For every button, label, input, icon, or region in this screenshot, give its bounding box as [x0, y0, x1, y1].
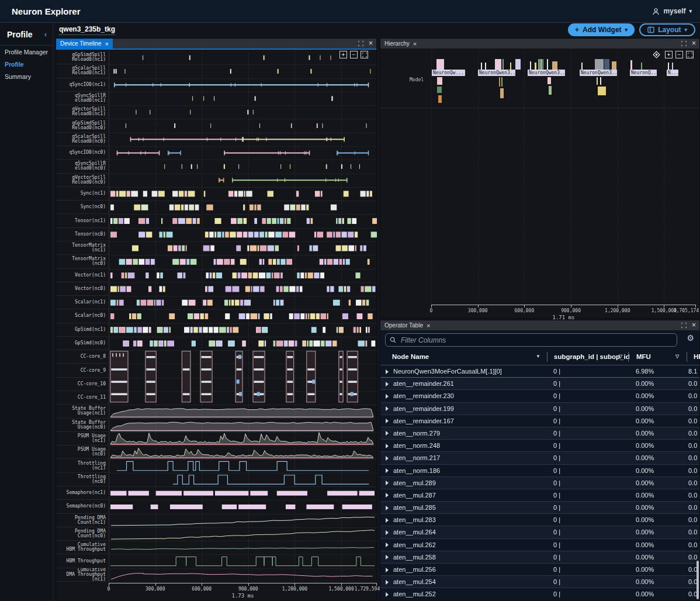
timeline-track-label[interactable]: Cumulative HBM Throughput	[56, 541, 109, 554]
timeline-track-label[interactable]: Pending DMA Count(nc0)	[56, 527, 109, 541]
hierarchy-node-label[interactable]: NeuronQ...	[630, 70, 657, 76]
hierarchy-op-mark[interactable]	[597, 77, 598, 85]
hierarchy-node-label[interactable]: N...	[667, 70, 678, 76]
zoom-fit-button[interactable]	[686, 51, 694, 58]
sidebar-collapse-icon[interactable]: ‹	[44, 30, 47, 39]
expand-row-icon[interactable]	[386, 518, 389, 523]
table-row[interactable]: aten__mul.2850 |0.00%0.0	[380, 502, 699, 514]
expand-row-icon[interactable]	[386, 456, 389, 461]
hierarchy-op-mark[interactable]	[547, 77, 551, 84]
hierarchy-op-mark[interactable]	[485, 63, 486, 70]
expand-row-icon[interactable]	[386, 394, 389, 399]
timeline-track-label[interactable]: Tensor(nc0)	[56, 228, 109, 241]
column-mfu[interactable]: MFU	[636, 353, 651, 360]
layout-button[interactable]: Layout ▾	[639, 23, 695, 36]
timeline-track-label[interactable]: PSUM Usage (nc1)	[56, 432, 109, 445]
expand-icon[interactable]	[681, 41, 687, 46]
hierarchy-op-mark[interactable]	[500, 88, 504, 98]
sort-desc-icon[interactable]: ▼	[536, 354, 540, 359]
table-row[interactable]: aten__norm.2170 |0.00%0.0	[380, 452, 699, 464]
zoom-in-button[interactable]: +	[339, 51, 347, 58]
close-icon[interactable]: ×	[413, 41, 417, 47]
vertical-scrollbar[interactable]	[696, 561, 699, 599]
table-row[interactable]: aten__mul.2640 |0.00%0.0	[380, 526, 699, 538]
timeline-track-label[interactable]: Sync(nc1)	[56, 187, 109, 201]
hierarchy-op-mark[interactable]	[530, 61, 531, 70]
table-row[interactable]: aten__remainder.1670 |0.00%0.0	[380, 415, 699, 427]
device-timeline-tab[interactable]: Device Timeline ×	[56, 39, 113, 49]
table-row[interactable]: aten__mul.2870 |0.00%0.0	[380, 489, 699, 502]
hierarchy-op-mark[interactable]	[437, 77, 442, 85]
column-hfu[interactable]: HF	[694, 353, 700, 360]
expand-row-icon[interactable]	[386, 592, 389, 597]
hierarchy-op-mark[interactable]	[612, 61, 616, 70]
expand-row-icon[interactable]	[386, 543, 389, 547]
hierarchy-node-label[interactable]: NeuronQwen3...	[528, 70, 565, 76]
timeline-track-label[interactable]: CC-core_10	[56, 378, 109, 391]
hierarchy-op-mark[interactable]	[630, 60, 632, 70]
hierarchy-op-mark[interactable]	[515, 59, 521, 70]
hierarchy-canvas[interactable]	[380, 49, 699, 306]
expand-row-icon[interactable]	[386, 568, 389, 572]
hierarchy-op-mark[interactable]	[641, 63, 642, 70]
table-row[interactable]: aten__remainder.2300 |0.00%0.0	[380, 390, 699, 402]
timeline-track-label[interactable]: qSyncSpillR eload0(nc1)	[56, 92, 109, 105]
hierarchy-op-mark[interactable]	[540, 59, 542, 70]
timeline-track-label[interactable]: Scalar(nc1)	[56, 296, 109, 309]
hierarchy-op-mark[interactable]	[499, 77, 500, 87]
table-row[interactable]: aten__remainder.1990 |0.00%0.0	[380, 403, 699, 415]
table-row[interactable]: aten__norm.2790 |0.00%0.0	[380, 427, 699, 440]
timeline-track-label[interactable]: Cumulative DMA Throughput (nc1)	[56, 568, 109, 582]
expand-row-icon[interactable]	[386, 506, 389, 510]
table-row[interactable]: aten__remainder.2610 |0.00%0.0	[380, 378, 699, 390]
hierarchy-op-mark[interactable]	[595, 59, 604, 70]
timeline-track-label[interactable]: qVectorSpill Reload0(nc1)	[56, 105, 109, 119]
user-menu[interactable]: myself ▾	[652, 0, 692, 22]
expand-row-icon[interactable]	[386, 468, 389, 473]
hierarchy-op-mark[interactable]	[495, 59, 501, 70]
hierarchy-node-label[interactable]: NeuronQw...	[432, 70, 465, 76]
hierarchy-node-label[interactable]: NeuronQwen3...	[580, 70, 617, 76]
timeline-track-label[interactable]: Vector(nc0)	[56, 282, 109, 296]
expand-row-icon[interactable]	[386, 555, 389, 559]
zoom-fit-button[interactable]	[361, 51, 368, 58]
hierarchy-op-mark[interactable]	[538, 59, 540, 70]
sidebar-item-profile[interactable]: Profile	[0, 58, 53, 70]
gear-icon[interactable]: ⚙	[687, 333, 694, 343]
table-row[interactable]: NeuronQwen3MoeForCausalLM[.1][0]0 |6.98%…	[380, 365, 699, 378]
timeline-track-label[interactable]: HBM Throughput	[56, 554, 109, 568]
timeline-track-label[interactable]: qScalarSpill Reload0(nc1)	[56, 64, 109, 78]
close-icon[interactable]: ×	[369, 40, 373, 46]
timeline-track-label[interactable]: CC-core_11	[56, 391, 109, 405]
add-widget-button[interactable]: + Add Widget ▾	[568, 23, 635, 36]
timeline-track-label[interactable]: qVectorSpill Reload0(nc0)	[56, 174, 109, 187]
hierarchy-node-label[interactable]: NeuronQwen3...	[478, 70, 515, 76]
sidebar-item-summary[interactable]: Summary	[0, 70, 53, 82]
timeline-track-label[interactable]: qSyncIO0(nc0)	[56, 146, 109, 160]
table-row[interactable]: aten__mul.2830 |0.00%0.0	[380, 514, 699, 526]
timeline-track-label[interactable]: qSyncIO0(nc1)	[56, 78, 109, 92]
hierarchy-op-mark[interactable]	[598, 87, 606, 95]
expand-row-icon[interactable]	[386, 580, 389, 585]
hierarchy-op-mark[interactable]	[501, 77, 503, 87]
timeline-track-label[interactable]: TensorMatrix (nc0)	[56, 255, 109, 268]
table-row[interactable]: aten__mul.2520 |0.00%0.0	[380, 588, 699, 600]
timeline-track-label[interactable]: qScalarSpill Reload0(nc0)	[56, 133, 109, 146]
expand-row-icon[interactable]	[386, 530, 389, 535]
timeline-track-label[interactable]: GpSimd(nc0)	[56, 337, 109, 350]
layers-icon[interactable]	[653, 51, 660, 58]
filter-column-icon[interactable]: ▽	[675, 354, 679, 359]
timeline-track-label[interactable]: CC-core_9	[56, 364, 109, 377]
expand-row-icon[interactable]	[386, 369, 389, 374]
expand-icon[interactable]	[681, 323, 687, 328]
expand-row-icon[interactable]	[386, 431, 389, 436]
expand-row-icon[interactable]	[386, 406, 389, 411]
timeline-track-label[interactable]: qGpSimdSpill Reload0(nc0)	[56, 119, 109, 132]
filter-columns-field[interactable]	[385, 333, 677, 347]
hierarchy-op-mark[interactable]	[581, 63, 583, 70]
table-row[interactable]: aten__mul.2540 |0.00%0.0	[380, 576, 699, 588]
expand-row-icon[interactable]	[386, 382, 389, 386]
hierarchy-op-mark[interactable]	[437, 87, 442, 93]
timeline-track-label[interactable]: Semaphore(nc0)	[56, 500, 109, 513]
timeline-track-label[interactable]: State Buffer Usage(nc1)	[56, 405, 109, 418]
